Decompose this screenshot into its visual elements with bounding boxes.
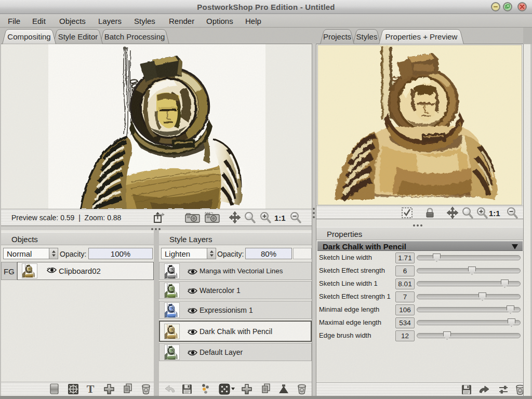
svg-text:T: T (87, 383, 95, 395)
